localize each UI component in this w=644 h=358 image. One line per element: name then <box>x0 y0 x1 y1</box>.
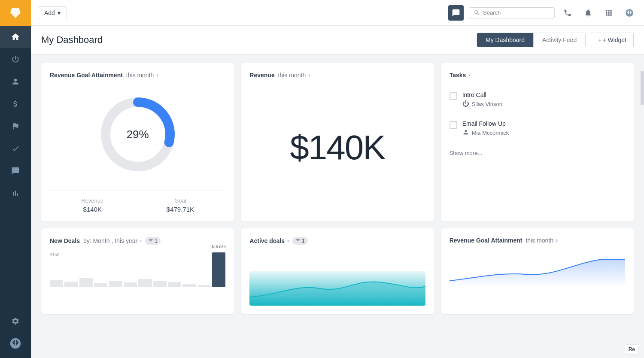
zendesk-bottom-logo[interactable] <box>0 332 31 355</box>
task-name-2: Email Follow Up <box>462 120 625 127</box>
task-person-icon-2 <box>462 129 469 137</box>
search-bar[interactable] <box>469 7 555 18</box>
chevron-right-icon[interactable]: › <box>156 72 158 78</box>
task-item-2: Email Follow Up Mia Mccormick <box>450 114 625 143</box>
new-deals-filter-badge[interactable]: 1 <box>145 237 161 245</box>
widget-new-deals: New Deals by: Month , this year › 1 $15K <box>41 228 234 314</box>
new-deals-filter-count: 1 <box>155 238 158 244</box>
donut-goal-stat: Goal $479.71K <box>167 197 194 213</box>
active-deals-filter-count: 1 <box>302 238 305 244</box>
task-info-2: Email Follow Up Mia Mccormick <box>462 120 625 137</box>
search-input[interactable] <box>483 9 550 16</box>
widget-title-bold: Revenue Goal Attainment <box>50 72 123 79</box>
widget-header-new-deals: New Deals by: Month , this year › 1 <box>50 237 225 245</box>
widget-header-revenue: Revenue this month › <box>249 72 425 79</box>
sidebar <box>0 0 31 358</box>
bar-10 <box>182 284 196 287</box>
chevron-right-rga2[interactable]: › <box>556 237 558 243</box>
view-tabs: My Dashboard Activity Feed <box>477 33 586 47</box>
bar-highlight: $16.03K <box>212 252 225 287</box>
task-list: Intro Call ⏻ Silas Vinson Email Follow U… <box>450 85 625 143</box>
widget-header-tasks: Tasks › <box>450 72 625 79</box>
bar-highlight-label: $16.03K <box>212 245 226 249</box>
sidebar-logo[interactable] <box>0 0 31 26</box>
task-person-name-1: Silas Vinson <box>472 101 502 107</box>
bar-7 <box>138 279 152 287</box>
sidebar-item-deals[interactable] <box>0 93 31 115</box>
add-button[interactable]: Add ▾ <box>38 6 67 19</box>
add-label: Add <box>44 9 55 16</box>
donut-goal-value: $479.71K <box>167 206 194 213</box>
widget-revenue-goal-2: Revenue Goal Attainment this month › <box>441 228 634 314</box>
widget-header-active-deals: Active deals › 1 <box>249 237 425 245</box>
bar-3 <box>79 278 93 287</box>
sidebar-item-home[interactable] <box>0 26 31 48</box>
chat-icon-btn[interactable] <box>448 5 464 21</box>
topbar: Add ▾ <box>31 0 644 26</box>
revenue-big-value: $140K <box>249 85 425 209</box>
widget-active-deals: Active deals › 1 <box>241 228 434 314</box>
task-checkbox-1[interactable] <box>450 92 457 100</box>
phone-icon-btn[interactable] <box>560 5 575 21</box>
rga2-chart-svg <box>450 251 625 285</box>
bar-5 <box>109 281 122 287</box>
show-more-link[interactable]: Show more... <box>450 150 625 156</box>
task-person-icon-1: ⏻ <box>462 100 469 108</box>
task-name-1: Intro Call <box>462 91 625 98</box>
rga2-chart-area <box>450 251 625 285</box>
bar-2 <box>64 282 78 287</box>
chevron-right-active-deals[interactable]: › <box>287 238 289 244</box>
donut-stats: Revenue $140K Goal $479.71K <box>50 190 225 213</box>
grid-icon-btn[interactable] <box>601 5 617 21</box>
widget-title-rga2-light: this month <box>524 237 553 244</box>
bar-11 <box>197 285 211 287</box>
widget-new-deals-title: New Deals <box>50 237 80 244</box>
task-checkbox-2[interactable] <box>450 121 457 129</box>
tab-my-dashboard[interactable]: My Dashboard <box>477 33 534 47</box>
add-widget-button[interactable]: + + Widget <box>591 33 634 47</box>
dashboard-content: Revenue Goal Attainment this month › 29% <box>31 55 644 358</box>
donut-revenue-value: $140K <box>81 206 103 213</box>
chevron-right-icon-tasks[interactable]: › <box>468 72 470 78</box>
sidebar-item-reports[interactable] <box>0 182 31 204</box>
donut-chart-container: 29% <box>50 87 225 182</box>
task-person-1: ⏻ Silas Vinson <box>462 100 625 108</box>
sidebar-item-power[interactable] <box>0 48 31 70</box>
active-deals-chart-area <box>249 252 425 306</box>
scroll-thumb[interactable] <box>641 71 644 105</box>
tab-activity-feed[interactable]: Activity Feed <box>534 33 585 47</box>
sidebar-item-contacts[interactable] <box>0 70 31 93</box>
sidebar-item-settings[interactable] <box>0 310 31 332</box>
chevron-right-new-deals[interactable]: › <box>140 238 142 244</box>
area-chart-svg <box>249 271 425 306</box>
rga2-area-chart <box>450 251 625 285</box>
widget-revenue-goal-attainment: Revenue Goal Attainment this month › 29% <box>41 63 234 221</box>
zendesk-icon-btn[interactable] <box>622 5 637 21</box>
widget-grid: Revenue Goal Attainment this month › 29% <box>41 63 634 314</box>
active-deals-area-chart <box>249 271 425 306</box>
sidebar-item-chat[interactable] <box>0 160 31 182</box>
widget-header-revenue-goal-2: Revenue Goal Attainment this month › <box>450 237 625 244</box>
new-deals-by: by: Month <box>83 237 109 244</box>
new-deals-period: , this year <box>111 237 137 244</box>
re-badge: Re <box>625 344 639 355</box>
widget-title-revenue-bold: Revenue <box>249 72 274 79</box>
main-content: Add ▾ My Dashboard My Dashboard Activit <box>31 0 644 358</box>
widget-header-revenue-goal: Revenue Goal Attainment this month › <box>50 72 225 79</box>
page-header: My Dashboard My Dashboard Activity Feed … <box>31 26 644 55</box>
widget-title-tasks: Tasks <box>450 72 466 79</box>
chevron-right-icon-2[interactable]: › <box>308 72 310 78</box>
widget-title-revenue-light: this month <box>276 72 306 79</box>
donut-revenue-label: Revenue <box>81 197 103 204</box>
bar-9 <box>168 282 181 287</box>
widget-active-deals-title: Active deals <box>249 237 285 244</box>
sidebar-item-pipeline[interactable] <box>0 115 31 137</box>
task-info-1: Intro Call ⏻ Silas Vinson <box>462 91 625 108</box>
donut-revenue-stat: Revenue $140K <box>81 197 103 213</box>
widget-tasks: Tasks › Intro Call ⏻ Silas Vinson <box>441 63 634 221</box>
active-deals-filter-badge[interactable]: 1 <box>292 237 308 245</box>
task-person-2: Mia Mccormick <box>462 129 625 137</box>
add-chevron-icon: ▾ <box>58 9 61 16</box>
bell-icon-btn[interactable] <box>580 5 596 21</box>
sidebar-item-tasks[interactable] <box>0 137 31 160</box>
